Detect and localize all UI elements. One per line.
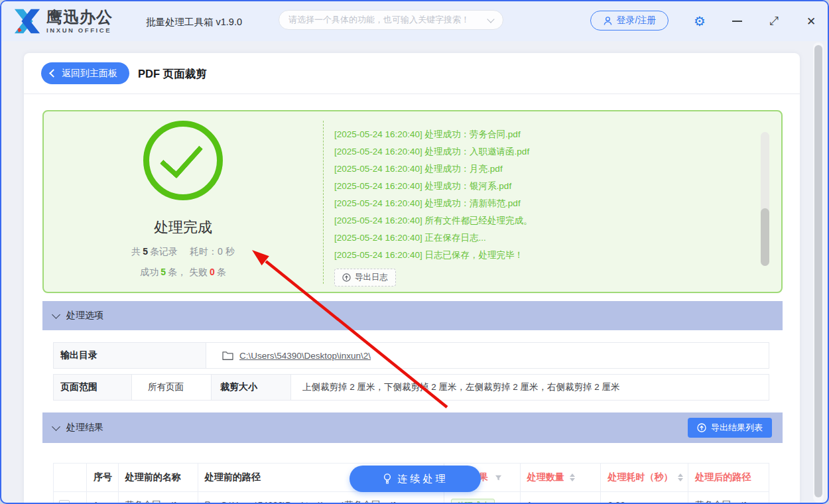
chevron-left-icon	[49, 69, 58, 78]
header-path-after: 处理后的路径	[688, 464, 769, 491]
process-complete-panel: 处理完成 共5条记录耗时：0 秒 成功5条， 失败0条 [2025-05-24 …	[42, 110, 783, 293]
log-line: [2025-05-24 16:20:40] 正在保存日志...	[334, 229, 728, 247]
upload-icon	[342, 273, 351, 282]
minimize-icon	[732, 21, 742, 22]
status-title: 处理完成	[154, 218, 212, 237]
user-icon	[603, 16, 613, 26]
row-name-before: 劳务合同.pdf	[119, 492, 198, 504]
crop-settings-row: 页面范围 所有页面 裁剪大小 上侧裁剪掉 2 厘米，下侧裁剪掉 2 厘米，左侧裁…	[53, 374, 769, 401]
logo-text-cn: 鹰迅办公	[46, 9, 113, 25]
page-title: PDF 页面裁剪	[138, 67, 207, 82]
log-line: [2025-05-24 16:20:40] 日志已保存，处理完毕！	[334, 247, 728, 264]
app-logo-icon	[12, 7, 42, 35]
sort-carets-icon[interactable]	[570, 473, 575, 481]
balloon-icon	[383, 473, 392, 485]
process-log-list: [2025-05-24 16:20:40] 处理成功：劳务合同.pdf [202…	[323, 121, 728, 284]
collapse-chevron-icon[interactable]	[52, 422, 60, 431]
fail-count: 0	[208, 267, 217, 277]
log-scrollbar-track[interactable]	[761, 132, 769, 266]
folder-icon	[205, 501, 216, 504]
continue-process-button[interactable]: 连续处理	[350, 466, 481, 492]
log-line: [2025-05-24 16:20:40] 处理成功：清新韩范.pdf	[334, 195, 728, 212]
header-index: 序号	[87, 464, 119, 491]
section-header-options[interactable]: 处理选项	[42, 301, 783, 330]
log-line: [2025-05-24 16:20:40] 处理成功：入职邀请函.pdf	[334, 143, 728, 160]
app-subtitle: 批量处理工具箱 v1.9.0	[146, 16, 242, 29]
elapsed-time: 耗时：0 秒	[190, 246, 235, 257]
row-expander-button[interactable]: +	[59, 500, 70, 504]
login-register-button[interactable]: 登录/注册	[590, 11, 669, 31]
log-line: [2025-05-24 16:20:40] 处理成功：劳务合同.pdf	[334, 126, 728, 143]
function-search-select[interactable]: 请选择一个具体的功能，也可输入关键字搜索！	[279, 10, 503, 30]
sort-carets-icon[interactable]	[678, 473, 683, 481]
collapse-chevron-icon[interactable]	[52, 310, 60, 319]
section-header-results[interactable]: 处理结果 导出结果列表	[42, 412, 783, 443]
output-dir-row: 输出目录 C:\Users\54390\Desktop\inxun\2\	[53, 342, 769, 369]
output-dir-link[interactable]: C:\Users\54390\Desktop\inxun\2\	[239, 351, 371, 361]
log-line: [2025-05-24 16:20:40] 处理成功：银河系.pdf	[334, 178, 728, 195]
header-divider	[24, 94, 800, 94]
crop-size-value: 上侧裁剪掉 2 厘米，下侧裁剪掉 2 厘米，左侧裁剪掉 2 厘米，右侧裁剪掉 2…	[291, 375, 769, 400]
options-section-title: 处理选项	[66, 310, 103, 322]
function-search-placeholder: 请选择一个具体的功能，也可输入关键字搜索！	[288, 14, 488, 26]
app-window: 鹰迅办公 INXUN OFFICE 批量处理工具箱 v1.9.0 请选择一个具体…	[0, 0, 829, 504]
output-dir-label: 输出目录	[54, 343, 206, 368]
continue-process-label: 连续处理	[398, 473, 448, 485]
folder-icon	[222, 351, 233, 360]
page-range-value: 所有页面	[132, 375, 212, 400]
export-log-button[interactable]: 导出日志	[334, 269, 396, 286]
main-card: 返回到主面板 PDF 页面裁剪 处理完成 共5条记录耗时：0 秒 成功5条， 失…	[24, 53, 800, 504]
back-to-dashboard-button[interactable]: 返回到主面板	[41, 62, 129, 84]
settings-gear-icon[interactable]: ⚙	[691, 1, 708, 41]
header-expander-column	[54, 464, 87, 491]
success-count: 5	[159, 267, 168, 277]
status-badge: 处理成功	[451, 499, 495, 504]
row-time: 0.02	[601, 492, 688, 504]
success-check-icon	[143, 121, 223, 200]
export-log-label: 导出日志	[355, 272, 388, 283]
row-index: 1	[87, 492, 119, 504]
header-time: 处理耗时（秒）	[601, 464, 688, 491]
filter-funnel-icon[interactable]	[495, 474, 502, 481]
main-scrollbar-thumb[interactable]	[814, 45, 822, 497]
export-results-label: 导出结果列表	[711, 422, 763, 434]
crop-size-label: 裁剪大小	[212, 375, 291, 400]
main-scrollbar-track[interactable]	[813, 42, 824, 503]
login-register-label: 登录/注册	[617, 15, 657, 27]
log-line: [2025-05-24 16:20:40] 所有文件都已经处理完成。	[334, 212, 728, 229]
output-dir-value: C:\Users\54390\Desktop\inxun\2\	[206, 343, 769, 368]
total-count: 5	[141, 246, 150, 257]
results-section-title: 处理结果	[66, 422, 103, 434]
header-name-before: 处理前的名称	[119, 464, 198, 491]
header-count: 处理数量	[521, 464, 602, 491]
titlebar: 鹰迅办公 INXUN OFFICE 批量处理工具箱 v1.9.0 请选择一个具体…	[1, 1, 828, 41]
table-row: + 1 劳务合同.pdf C:\Users\54390\Desktop\inxu…	[53, 492, 769, 504]
chevron-down-icon	[487, 15, 494, 23]
row-path-before: C:\Users\54390\Desktop\inxun\劳务合同.pdf	[198, 492, 444, 504]
app-logo: 鹰迅办公 INXUN OFFICE	[12, 7, 113, 35]
row-count: 1	[521, 492, 602, 504]
row-path-after: 劳务合同.pdf	[688, 492, 769, 504]
close-button[interactable]: ✕	[801, 1, 821, 41]
success-fail-summary: 成功5条， 失败0条	[140, 267, 225, 279]
page-range-label: 页面范围	[54, 375, 132, 400]
records-summary: 共5条记录耗时：0 秒	[131, 246, 234, 258]
log-line: [2025-05-24 16:20:40] 处理成功：月亮.pdf	[334, 160, 728, 178]
result-summary-column: 处理完成 共5条记录耗时：0 秒 成功5条， 失败0条	[44, 111, 322, 292]
minimize-button[interactable]	[728, 1, 745, 41]
log-scrollbar-thumb[interactable]	[761, 208, 769, 266]
upload-icon	[697, 423, 706, 432]
logo-text-en: INXUN OFFICE	[46, 27, 113, 34]
export-results-button[interactable]: 导出结果列表	[688, 418, 772, 438]
restore-window-button[interactable]: ⤢	[765, 1, 783, 41]
back-button-label: 返回到主面板	[62, 68, 117, 80]
